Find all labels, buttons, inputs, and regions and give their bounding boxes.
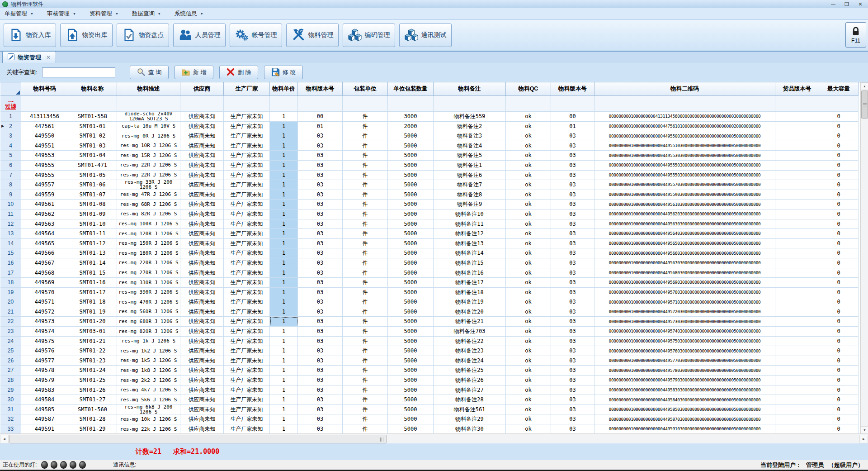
row-number-cell[interactable]: 7 xyxy=(0,171,21,181)
cell-goods_ver[interactable] xyxy=(775,317,819,327)
cell-maker[interactable]: 生产厂家未知 xyxy=(224,219,270,229)
cell-ver2[interactable]: 03 xyxy=(551,317,594,327)
cell-qc[interactable]: ok xyxy=(506,376,551,385)
cell-qr[interactable]: 0000000001000000000000449572030000000000… xyxy=(594,307,775,317)
cell-qty[interactable]: 5000 xyxy=(388,190,434,200)
cell-qc[interactable]: ok xyxy=(506,122,551,132)
cell-capacity[interactable]: 0 xyxy=(819,239,859,249)
cell-capacity[interactable]: 0 xyxy=(819,327,859,337)
cell-ver[interactable]: 03 xyxy=(298,151,343,161)
menu-item-2[interactable]: 审核管理▼ xyxy=(47,10,76,18)
row-number-cell[interactable]: 33 xyxy=(0,424,21,434)
cell-unit[interactable]: 件 xyxy=(343,414,388,424)
filter-cell[interactable] xyxy=(68,96,117,112)
cell-qr[interactable]: 0000000001000000000000449584030000000000… xyxy=(594,395,775,405)
cell-supplier[interactable]: 供应商未知 xyxy=(180,385,224,395)
cell-price[interactable]: 1 xyxy=(270,297,298,307)
cell-desc[interactable]: res-mg 1k5 J 1206 S xyxy=(117,356,180,366)
tab-close-icon[interactable]: ✕ xyxy=(46,54,51,61)
cell-qty[interactable]: 5000 xyxy=(388,258,434,268)
row-number-cell[interactable]: 19 xyxy=(0,288,21,298)
row-number-cell[interactable]: 10 xyxy=(0,200,21,209)
cell-qty[interactable]: 5000 xyxy=(388,327,434,337)
column-header-物料备注[interactable]: 物料备注 xyxy=(434,82,506,96)
cell-qty[interactable]: 5000 xyxy=(388,317,434,327)
cell-qty[interactable]: 5000 xyxy=(388,229,434,239)
cell-note[interactable]: 物料备注25 xyxy=(434,366,506,376)
cell-code[interactable]: 449565 xyxy=(21,239,68,249)
cell-qr[interactable]: 0000000001000000000000449564030000000000… xyxy=(594,229,775,239)
cell-qty[interactable]: 5000 xyxy=(388,395,434,405)
cell-price[interactable]: 1 xyxy=(270,376,298,385)
cell-note[interactable]: 物料备注559 xyxy=(434,112,506,122)
cell-unit[interactable]: 件 xyxy=(343,424,388,434)
cell-maker[interactable]: 生产厂家未知 xyxy=(224,307,270,317)
menu-item-3[interactable]: 资料管理▼ xyxy=(90,10,118,18)
cell-maker[interactable]: 生产厂家未知 xyxy=(224,151,270,161)
cell-desc[interactable]: res-mg 820R J 1206 S xyxy=(117,327,180,337)
column-header-最大容量[interactable]: 最大容量 xyxy=(819,82,859,96)
cell-goods_ver[interactable] xyxy=(775,171,819,181)
cell-desc[interactable]: res-mg 4k7 J 1206 S xyxy=(117,385,180,395)
toolbar-button-帐号管理[interactable]: 帐号管理 xyxy=(230,24,282,47)
cell-name[interactable]: SMT01-09 xyxy=(68,209,117,219)
cell-note[interactable]: 物料备注29 xyxy=(434,414,506,424)
maximize-button[interactable]: ❐ xyxy=(840,0,854,8)
cell-desc[interactable]: res-mg 100R J 1206 S xyxy=(117,219,180,229)
cell-goods_ver[interactable] xyxy=(775,346,819,356)
cell-ver2[interactable]: 03 xyxy=(551,405,594,415)
cell-qr[interactable]: 0000000001000000000000449557030000000000… xyxy=(594,180,775,190)
row-number-cell[interactable]: 32 xyxy=(0,414,21,424)
cell-note[interactable]: 物料备注17 xyxy=(434,278,506,288)
cell-qty[interactable]: 5000 xyxy=(388,288,434,298)
cell-goods_ver[interactable] xyxy=(775,376,819,385)
cell-ver[interactable]: 03 xyxy=(298,229,343,239)
cell-supplier[interactable]: 供应商未知 xyxy=(180,424,224,434)
row-number-cell[interactable]: 31 xyxy=(0,405,21,415)
cell-maker[interactable]: 生产厂家未知 xyxy=(224,337,270,347)
cell-price[interactable]: 1 xyxy=(270,239,298,249)
cell-qc[interactable]: ok xyxy=(506,180,551,190)
cell-note[interactable]: 物料备注30 xyxy=(434,424,506,434)
cell-maker[interactable]: 生产厂家未知 xyxy=(224,385,270,395)
cell-qc[interactable]: ok xyxy=(506,395,551,405)
cell-code[interactable]: 449555 xyxy=(21,161,68,171)
cell-qr[interactable]: 0000000001000000000000449577030000000000… xyxy=(594,356,775,366)
cell-goods_ver[interactable] xyxy=(775,366,819,376)
cell-maker[interactable]: 生产厂家未知 xyxy=(224,190,270,200)
cell-supplier[interactable]: 供应商未知 xyxy=(180,131,224,141)
cell-qty[interactable]: 5000 xyxy=(388,278,434,288)
cell-desc[interactable]: res-mg 22k J 1206 S xyxy=(117,424,180,434)
row-number-cell[interactable]: 16 xyxy=(0,258,21,268)
cell-qc[interactable]: ok xyxy=(506,366,551,376)
cell-capacity[interactable]: 0 xyxy=(819,190,859,200)
cell-name[interactable]: SMT01-11 xyxy=(68,229,117,239)
cell-qr[interactable]: 0000000001000000000000449550030000000000… xyxy=(594,131,775,141)
cell-desc[interactable]: res-mg 470R J 1206 S xyxy=(117,297,180,307)
cell-capacity[interactable]: 0 xyxy=(819,258,859,268)
cell-unit[interactable]: 件 xyxy=(343,376,388,385)
cell-goods_ver[interactable] xyxy=(775,258,819,268)
cell-ver[interactable]: 03 xyxy=(298,141,343,151)
cell-qty[interactable]: 5000 xyxy=(388,385,434,395)
cell-unit[interactable]: 件 xyxy=(343,200,388,209)
cell-code[interactable]: 449576 xyxy=(21,346,68,356)
cell-ver2[interactable]: 00 xyxy=(551,112,594,122)
row-number-cell[interactable]: 29 xyxy=(0,385,21,395)
column-header-物料版本号[interactable]: 物料版本号 xyxy=(551,82,594,96)
cell-maker[interactable]: 生产厂家未知 xyxy=(224,424,270,434)
cell-supplier[interactable]: 供应商未知 xyxy=(180,376,224,385)
close-button[interactable]: ✕ xyxy=(854,0,867,8)
row-number-cell[interactable]: 27 xyxy=(0,366,21,376)
cell-maker[interactable]: 生产厂家未知 xyxy=(224,239,270,249)
row-number-cell[interactable]: 3 xyxy=(0,131,21,141)
cell-desc[interactable]: res-mg 1k2 J 1206 S xyxy=(117,346,180,356)
cell-unit[interactable]: 件 xyxy=(343,131,388,141)
cell-ver2[interactable]: 03 xyxy=(551,424,594,434)
cell-maker[interactable]: 生产厂家未知 xyxy=(224,278,270,288)
cell-unit[interactable]: 件 xyxy=(343,171,388,181)
cell-qc[interactable]: ok xyxy=(506,131,551,141)
cell-unit[interactable]: 件 xyxy=(343,151,388,161)
row-number-cell[interactable]: 14 xyxy=(0,239,21,249)
scroll-down-icon[interactable]: ▼ xyxy=(861,426,868,434)
